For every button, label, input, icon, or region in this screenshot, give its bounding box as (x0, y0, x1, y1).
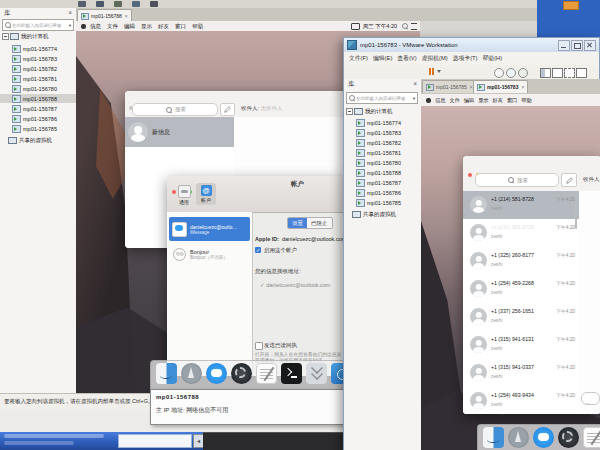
menu-edit[interactable]: 编辑(E) (373, 54, 392, 63)
message-pane[interactable]: iMessage (579, 191, 600, 414)
conversation-row-selected[interactable]: +1 (214) 581-8728 下午4:20 ceshi (463, 191, 579, 220)
revert-icon[interactable] (506, 68, 516, 78)
recipient-field[interactable]: 收件人: (583, 176, 600, 183)
conversation-row[interactable]: +1 (315) 941-0337 下午4:20 ceshi (463, 359, 579, 388)
taskbar-quick-launch[interactable] (118, 434, 192, 448)
tree-item-shared-vms[interactable]: 共享的虚拟机 (344, 210, 420, 219)
tree-item-vm[interactable]: mp01-156782 (0, 64, 76, 73)
chevron-down-icon[interactable] (437, 70, 441, 73)
library-search-input[interactable]: 在此处输入内容进行搜索 ▼ (2, 19, 74, 31)
system-preferences-icon[interactable] (231, 363, 252, 384)
messages-search-input[interactable]: 搜索 (475, 173, 559, 187)
messages-icon[interactable] (533, 427, 554, 448)
expander-icon[interactable] (346, 108, 353, 115)
tree-item-vm[interactable]: mp01-156786 (0, 114, 76, 123)
launchpad-icon[interactable] (181, 363, 202, 384)
textedit-icon[interactable] (583, 427, 600, 448)
finder-icon[interactable] (483, 427, 504, 448)
menu-item[interactable]: 帮助 (521, 97, 531, 104)
tree-item-vm[interactable]: mp01-156785 (0, 124, 76, 133)
installer-icon[interactable] (306, 363, 327, 384)
manage-icon[interactable] (518, 68, 528, 78)
library-search-input[interactable]: 在此处输入内容进行搜索 ▼ (346, 92, 418, 104)
expander-icon[interactable] (2, 33, 9, 40)
menu-item[interactable]: 窗口 (175, 23, 186, 30)
menu-tabs[interactable]: 选项卡(T) (453, 54, 478, 63)
minimize-button[interactable] (558, 40, 570, 51)
tree-root-my-computer[interactable]: 我的计算机 (0, 32, 76, 41)
tab-general[interactable]: 通用 (174, 185, 194, 205)
imessage-input[interactable]: iMessage (581, 392, 600, 405)
taskbar-task-button[interactable] (4, 441, 74, 445)
toolbar-icon[interactable] (114, 1, 122, 7)
terminal-icon[interactable] (281, 363, 302, 384)
menu-view[interactable]: 查看(V) (397, 54, 416, 63)
menu-item[interactable]: 好友 (493, 97, 503, 104)
conversation-row[interactable]: +1 (214) 581-8728 下午4:20 ceshi (463, 219, 579, 248)
menu-item[interactable]: 编辑 (464, 97, 474, 104)
conversation-row[interactable]: +1 (315) 941-6131 下午4:20 ceshi (463, 331, 579, 360)
pause-vm-button[interactable] (429, 68, 441, 75)
menu-item[interactable]: 文件 (107, 23, 118, 30)
menu-item[interactable]: 显示 (478, 97, 488, 104)
toolbar-icon[interactable] (96, 1, 104, 7)
tree-item-vm[interactable]: mp01-156774 (344, 118, 420, 127)
menu-help[interactable]: 帮助(H) (483, 54, 503, 63)
notification-center-icon[interactable] (411, 23, 417, 30)
system-preferences-icon[interactable] (558, 427, 579, 448)
messages-search-input[interactable]: 搜索 (132, 103, 218, 116)
menu-item[interactable]: 文件 (449, 97, 459, 104)
menu-item[interactable]: 好友 (158, 23, 169, 30)
tab-close-icon[interactable]: × (125, 13, 128, 19)
account-item-imessage-selected[interactable]: danielcuezc@outlo… iMessage (169, 217, 250, 241)
tree-item-vm[interactable]: mp01-156788 (344, 168, 420, 177)
tree-item-vm[interactable]: mp01-156780 (344, 158, 420, 167)
show-library-toggle-icon[interactable] (540, 68, 551, 78)
tree-item-vm[interactable]: mp01-156774 (0, 44, 76, 53)
apple-menu-icon[interactable] (426, 98, 431, 103)
menu-item[interactable]: 信息 (435, 97, 445, 104)
recipient-field[interactable]: 收件人: 无收件人 (241, 105, 283, 112)
tree-item-vm[interactable]: mp01-156786 (344, 188, 420, 197)
menu-vm[interactable]: 虚拟机(M) (422, 54, 448, 63)
window-titlebar[interactable]: mp01-156783 - VMware Workstation (344, 38, 599, 52)
conversation-row[interactable]: +1 (337) 256-1651 下午4:20 ceshi (463, 303, 579, 332)
close-button[interactable] (584, 40, 596, 51)
maximize-button[interactable] (571, 40, 583, 51)
scrollbar[interactable] (575, 193, 577, 229)
host-desktop-icon[interactable] (563, 1, 579, 10)
tab-close-icon[interactable]: × (521, 84, 524, 90)
tab-accounts-selected[interactable]: @ 帐户 (196, 183, 216, 205)
toolbar-icon[interactable] (132, 1, 140, 7)
unity-view-icon[interactable] (576, 68, 587, 78)
console-view-icon[interactable] (552, 68, 563, 78)
vm-tab-active[interactable]: mp01-156783 × (473, 80, 528, 93)
fullscreen-icon[interactable] (564, 68, 575, 78)
menu-item[interactable]: 显示 (141, 23, 152, 30)
chevron-down-icon[interactable]: ▼ (68, 23, 72, 28)
display-status-icon[interactable] (351, 23, 360, 30)
menu-bar-clock[interactable]: 周三 下午4:20 (363, 23, 397, 30)
toolbar-icon[interactable] (150, 1, 158, 7)
tree-item-vm[interactable]: mp01-156787 (344, 178, 420, 187)
tree-item-vm[interactable]: mp01-156783 (0, 54, 76, 63)
snapshot-clock-icon[interactable] (494, 68, 504, 78)
tab-settings[interactable]: 设置 (288, 218, 307, 228)
compose-button[interactable] (220, 103, 235, 116)
textedit-icon[interactable] (256, 363, 277, 384)
chevron-down-icon[interactable]: ▼ (412, 96, 416, 101)
tree-item-vm[interactable]: mp01-156783 (344, 128, 420, 137)
account-item-bonjour[interactable]: Bonjour Bonjour（不活跃） (169, 243, 250, 265)
apple-menu-icon[interactable] (81, 24, 86, 29)
sidebar-close-icon[interactable]: × (68, 9, 72, 16)
menu-item[interactable]: 窗口 (507, 97, 517, 104)
tree-item-vm[interactable]: mp01-156782 (344, 138, 420, 147)
vm-tab-inactive[interactable]: mp01-156785 × (422, 80, 477, 93)
menu-item[interactable]: 编辑 (124, 23, 135, 30)
messages-icon[interactable] (206, 363, 227, 384)
menu-item[interactable]: 帮助 (192, 23, 203, 30)
enable-account-checkbox[interactable]: ✓ (255, 247, 261, 253)
conversation-row-selected[interactable]: 新信息 (125, 117, 234, 147)
conversation-row[interactable]: +1 (254) 459-2268 下午4:20 ceshi (463, 275, 579, 304)
menu-item[interactable]: 信息 (90, 23, 101, 30)
